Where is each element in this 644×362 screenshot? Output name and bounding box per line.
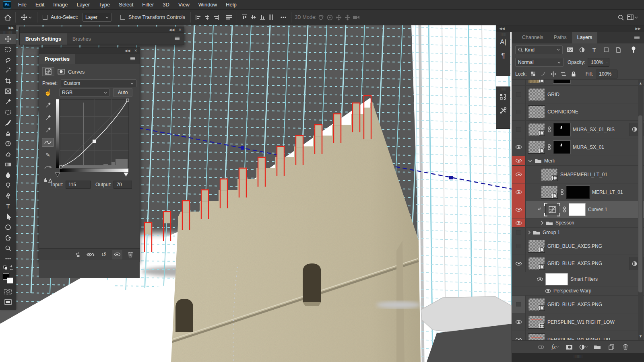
- layer-name[interactable]: GRID_BLUE_AXES.PNG: [547, 243, 602, 249]
- paragraph-panel-icon[interactable]: ¶: [496, 49, 510, 63]
- layer-name[interactable]: GRID_BLUE_AXES.PNG: [547, 261, 602, 266]
- layer-row[interactable]: GRID_BLUE_AXES.PNG: [512, 296, 644, 313]
- panel-menu-icon[interactable]: [634, 35, 644, 40]
- layer-row[interactable]: SHAPEMERLI_LT_01: [512, 166, 644, 183]
- clone-stamp-tool[interactable]: [0, 128, 16, 138]
- align-bottom-edges-icon[interactable]: [258, 13, 267, 22]
- type-tool[interactable]: T: [0, 201, 16, 212]
- layer-mask-thumbnail[interactable]: [553, 123, 570, 136]
- output-field[interactable]: 70: [114, 181, 132, 189]
- color-swatches[interactable]: [0, 273, 16, 286]
- close-panel-icon[interactable]: ✕: [178, 28, 182, 32]
- ellipse-shape-tool[interactable]: [0, 222, 16, 232]
- visibility-toggle[interactable]: [512, 183, 526, 201]
- new-group-icon[interactable]: [592, 342, 603, 352]
- chevron-right-icon[interactable]: [541, 221, 543, 225]
- filter-type-layers-icon[interactable]: T: [589, 46, 599, 54]
- layer-row[interactable]: GRID_BLUE_AXES.PNG: [512, 237, 644, 255]
- layer-thumbnail[interactable]: [528, 240, 545, 253]
- edit-toolbar-button[interactable]: [0, 253, 16, 264]
- zoom-tool[interactable]: [0, 243, 16, 253]
- layer-thumbnail[interactable]: [528, 257, 545, 270]
- smooth-curve-icon[interactable]: [42, 163, 54, 172]
- group-row[interactable]: Merli: [512, 156, 644, 166]
- clip-to-layer-icon[interactable]: [72, 250, 83, 259]
- visibility-toggle[interactable]: [512, 313, 526, 331]
- collapse-panel-icon[interactable]: ◀◀: [125, 49, 130, 53]
- toolbar-collapse[interactable]: ▶▶: [0, 25, 16, 31]
- layer-row[interactable]: MERLI_LT_01: [512, 183, 644, 201]
- layer-mask-thumbnail[interactable]: [553, 80, 570, 83]
- filter-smart-objects-icon[interactable]: [613, 46, 623, 54]
- reset-icon[interactable]: ↺: [99, 250, 109, 259]
- layer-thumbnail[interactable]: [528, 88, 545, 101]
- gradient-tool[interactable]: [0, 159, 16, 170]
- chevron-down-icon[interactable]: [528, 160, 532, 162]
- panel-menu-icon[interactable]: [130, 57, 140, 61]
- smart-filters-row[interactable]: Smart Filters: [512, 272, 644, 286]
- hand-tool[interactable]: [0, 232, 16, 243]
- history-brush-tool[interactable]: [0, 138, 16, 149]
- layer-row[interactable]: CORNICIONE: [512, 103, 644, 121]
- checkbox[interactable]: [43, 15, 47, 20]
- filter-pixel-layers-icon[interactable]: [565, 46, 575, 54]
- checkbox[interactable]: [120, 15, 125, 20]
- chevron-right-icon[interactable]: [528, 230, 530, 234]
- input-field[interactable]: 115: [66, 181, 91, 189]
- character-panel-icon[interactable]: A|: [496, 35, 510, 49]
- layer-thumbnail[interactable]: [541, 168, 558, 181]
- opacity-field[interactable]: 100%: [588, 58, 609, 67]
- group-name[interactable]: Spessori: [555, 220, 574, 226]
- new-layer-icon[interactable]: [606, 342, 617, 352]
- layer-row-selected[interactable]: Curves 1: [512, 201, 644, 218]
- filter-mask-thumbnail[interactable]: [545, 273, 568, 285]
- tab-brush-settings[interactable]: Brush Settings: [20, 33, 67, 45]
- visibility-toggle[interactable]: [512, 218, 526, 227]
- align-vertical-centers-icon[interactable]: [249, 13, 258, 22]
- quick-mask-button[interactable]: [0, 286, 16, 297]
- visibility-toggle[interactable]: [512, 255, 526, 272]
- layer-row[interactable]: PERSPLINE_W1 RIGHT_LOW: [512, 313, 644, 331]
- background-color[interactable]: [7, 278, 13, 284]
- auto-select-checkbox[interactable]: Auto-Select:: [41, 14, 80, 20]
- layer-row[interactable]: MURA_SX_01_BIS: [512, 121, 644, 138]
- layers-scrollbar[interactable]: [638, 80, 643, 340]
- group-name[interactable]: Merli: [544, 158, 555, 164]
- tab-channels[interactable]: Channels: [517, 32, 549, 43]
- white-point-eyedropper-icon[interactable]: [42, 125, 54, 134]
- layer-name[interactable]: PERSPLINE_W1 RIGHT_LOW: [547, 319, 615, 325]
- blur-tool[interactable]: [0, 170, 16, 180]
- crop-tool[interactable]: [0, 76, 16, 86]
- dodge-tool[interactable]: [0, 180, 16, 191]
- align-left-edges-icon[interactable]: [194, 13, 203, 22]
- visibility-toggle[interactable]: [537, 278, 543, 281]
- visibility-toggle[interactable]: [512, 331, 526, 340]
- visibility-toggle[interactable]: [512, 121, 526, 138]
- screen-mode-button[interactable]: [0, 297, 16, 307]
- align-horizontal-centers-icon[interactable]: [203, 13, 212, 22]
- tab-properties[interactable]: Properties: [39, 54, 75, 64]
- layer-row[interactable]: PERSPLINE_W1 RIGHT_UP: [512, 331, 644, 340]
- layer-mask-thumbnail[interactable]: [569, 203, 586, 216]
- frame-tool[interactable]: [0, 86, 16, 97]
- menu-layer[interactable]: Layer: [72, 0, 95, 10]
- layer-name[interactable]: SHAPEMERLI_LT_01: [560, 172, 607, 177]
- tab-paths[interactable]: Paths: [549, 32, 572, 43]
- brush-tool[interactable]: [0, 117, 16, 128]
- marquee-tool[interactable]: [0, 44, 16, 55]
- layer-name[interactable]: GRID_BLUE_AXES.PNG: [547, 302, 602, 307]
- menu-edit[interactable]: Edit: [31, 0, 49, 10]
- layer-row[interactable]: MURA_SX_01: [512, 138, 644, 156]
- auto-select-target-dropdown[interactable]: Layer: [83, 13, 111, 22]
- align-right-edges-icon[interactable]: [212, 13, 221, 22]
- scroll-down-icon[interactable]: ▼: [639, 334, 642, 338]
- collapse-dock-icon[interactable]: ◀◀: [499, 27, 505, 31]
- add-adjustment-icon[interactable]: [578, 342, 588, 352]
- menu-window[interactable]: Window: [194, 0, 221, 10]
- menu-help[interactable]: Help: [221, 0, 241, 10]
- visibility-toggle[interactable]: [512, 138, 526, 156]
- gray-point-eyedropper-icon[interactable]: [42, 113, 54, 122]
- menu-type[interactable]: Type: [94, 0, 114, 10]
- visibility-icon[interactable]: [112, 250, 122, 259]
- visibility-toggle[interactable]: [512, 103, 526, 120]
